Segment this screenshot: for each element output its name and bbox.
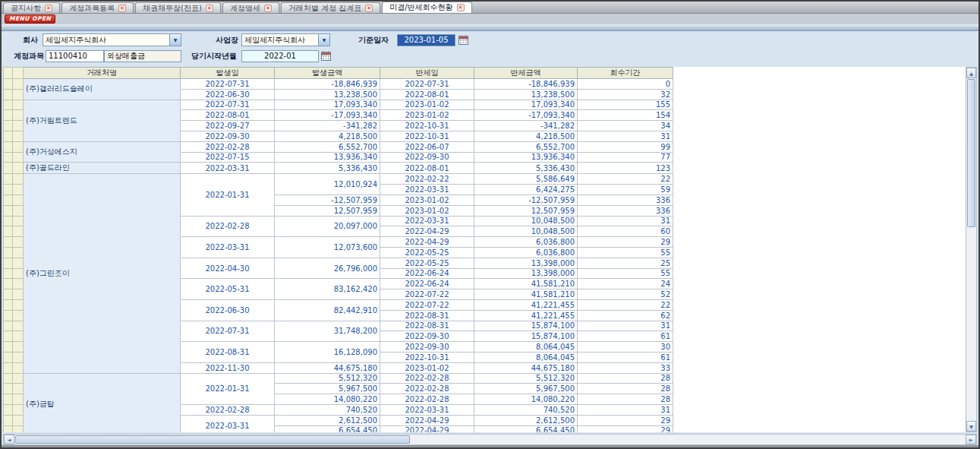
cell-repay-date[interactable]: 2022-08-31 bbox=[380, 321, 474, 331]
cell-collection-days[interactable]: 336 bbox=[578, 205, 673, 216]
cell-occur-date[interactable]: 2022-02-28 bbox=[181, 216, 275, 237]
row-selector[interactable] bbox=[4, 226, 13, 237]
row-selector[interactable] bbox=[4, 141, 13, 152]
tab-close-icon[interactable] bbox=[457, 4, 465, 11]
row-selector[interactable] bbox=[13, 258, 24, 268]
cell-collection-days[interactable]: 31 bbox=[578, 404, 673, 415]
row-selector[interactable] bbox=[4, 185, 13, 195]
menu-open-button[interactable]: MENU OPEN bbox=[5, 14, 55, 24]
cell-repay-amount[interactable]: 13,936,340 bbox=[474, 152, 578, 163]
cell-repay-date[interactable]: 2022-10-31 bbox=[380, 121, 474, 131]
row-selector[interactable] bbox=[13, 352, 24, 362]
cell-occur-date[interactable]: 2022-03-31 bbox=[181, 415, 275, 432]
row-selector[interactable] bbox=[4, 331, 13, 342]
cell-occur-date[interactable]: 2022-07-31 bbox=[181, 100, 275, 110]
cell-repay-amount[interactable]: 13,398,000 bbox=[474, 268, 578, 279]
cell-repay-amount[interactable]: 12,507,959 bbox=[474, 205, 578, 216]
cell-customer[interactable]: (주)거림트렌드 bbox=[24, 100, 181, 141]
column-header-collection-days[interactable]: 회수기간 bbox=[578, 68, 673, 79]
cell-occur-amount[interactable]: 83,162,420 bbox=[275, 279, 380, 300]
cell-occur-date[interactable]: 2022-07-15 bbox=[181, 152, 275, 163]
cell-repay-date[interactable]: 2022-07-22 bbox=[380, 299, 474, 310]
cell-repay-amount[interactable]: 6,424,275 bbox=[474, 185, 578, 195]
cell-repay-amount[interactable]: 41,221,455 bbox=[474, 299, 578, 310]
cell-repay-amount[interactable]: 6,654,450 bbox=[474, 425, 578, 432]
cell-repay-amount[interactable]: 5,336,430 bbox=[474, 163, 578, 174]
cell-occur-date[interactable]: 2022-01-31 bbox=[181, 373, 275, 404]
gutter-header[interactable] bbox=[4, 68, 13, 79]
cell-occur-amount[interactable]: 12,073,600 bbox=[275, 237, 380, 258]
cell-occur-amount[interactable]: 13,238,500 bbox=[275, 89, 380, 100]
cell-occur-amount[interactable]: -341,282 bbox=[275, 121, 380, 131]
cell-repay-date[interactable]: 2022-10-31 bbox=[380, 352, 474, 362]
cell-repay-date[interactable]: 2022-05-25 bbox=[380, 247, 474, 258]
column-header-occur-amount[interactable]: 발생금액 bbox=[275, 68, 380, 79]
cell-occur-amount[interactable]: 5,512,320 bbox=[275, 373, 380, 384]
cell-repay-amount[interactable]: -12,507,959 bbox=[474, 194, 578, 205]
cell-repay-date[interactable]: 2022-07-22 bbox=[380, 289, 474, 300]
cell-repay-amount[interactable]: -341,282 bbox=[474, 121, 578, 131]
cell-occur-date[interactable]: 2022-08-31 bbox=[181, 342, 275, 363]
cell-repay-amount[interactable]: 6,036,800 bbox=[474, 237, 578, 248]
cell-occur-date[interactable]: 2022-07-31 bbox=[181, 321, 275, 342]
row-selector[interactable] bbox=[4, 163, 13, 174]
row-selector[interactable] bbox=[4, 352, 13, 362]
cell-repay-amount[interactable]: 14,080,220 bbox=[474, 394, 578, 405]
row-selector[interactable] bbox=[4, 310, 13, 321]
row-selector[interactable] bbox=[4, 258, 13, 268]
row-selector[interactable] bbox=[13, 79, 24, 90]
row-selector[interactable] bbox=[4, 342, 13, 353]
cell-occur-amount[interactable]: 6,552,700 bbox=[275, 141, 380, 152]
row-selector[interactable] bbox=[4, 373, 13, 384]
gutter-header[interactable] bbox=[13, 68, 24, 79]
row-selector[interactable] bbox=[4, 131, 13, 141]
scroll-down-icon[interactable] bbox=[966, 421, 976, 432]
vertical-scrollbar-thumb[interactable] bbox=[967, 79, 975, 227]
row-selector[interactable] bbox=[13, 141, 24, 152]
cell-collection-days[interactable]: 59 bbox=[578, 185, 673, 195]
cell-repay-amount[interactable]: 8,064,045 bbox=[474, 352, 578, 362]
cell-repay-amount[interactable]: 5,512,320 bbox=[474, 373, 578, 384]
row-selector[interactable] bbox=[4, 299, 13, 310]
row-selector[interactable] bbox=[13, 384, 24, 394]
row-selector[interactable] bbox=[4, 384, 13, 394]
calendar-icon[interactable] bbox=[321, 51, 331, 61]
cell-occur-date[interactable]: 2022-05-31 bbox=[181, 279, 275, 300]
cell-occur-amount[interactable]: 31,748,200 bbox=[275, 321, 380, 342]
cell-collection-days[interactable]: 31 bbox=[578, 321, 673, 331]
account-code-input[interactable]: 11100410 bbox=[46, 50, 104, 62]
cell-repay-date[interactable]: 2022-04-29 bbox=[380, 226, 474, 237]
row-selector[interactable] bbox=[13, 373, 24, 384]
scroll-left-icon[interactable] bbox=[4, 435, 14, 444]
cell-occur-amount[interactable]: 13,936,340 bbox=[275, 152, 380, 163]
cell-repay-amount[interactable]: 4,218,500 bbox=[474, 131, 578, 141]
row-selector[interactable] bbox=[13, 268, 24, 279]
scroll-right-icon[interactable] bbox=[966, 435, 976, 444]
cell-repay-date[interactable]: 2023-01-02 bbox=[380, 110, 474, 121]
column-header-repay-amount[interactable]: 반제금액 bbox=[474, 68, 578, 79]
cell-repay-date[interactable]: 2023-01-02 bbox=[380, 362, 474, 373]
cell-occur-amount[interactable]: 12,507,959 bbox=[275, 205, 380, 216]
cell-repay-date[interactable]: 2022-05-25 bbox=[380, 258, 474, 268]
row-selector[interactable] bbox=[13, 404, 24, 415]
cell-collection-days[interactable]: 61 bbox=[578, 331, 673, 342]
row-selector[interactable] bbox=[13, 415, 24, 425]
cell-occur-date[interactable]: 2022-11-30 bbox=[181, 362, 275, 373]
cell-occur-amount[interactable]: 740,520 bbox=[275, 404, 380, 415]
cell-repay-date[interactable]: 2022-03-31 bbox=[380, 216, 474, 226]
row-selector[interactable] bbox=[4, 268, 13, 279]
cell-occur-date[interactable]: 2022-02-28 bbox=[181, 404, 275, 415]
cell-repay-date[interactable]: 2022-03-31 bbox=[380, 404, 474, 415]
row-selector[interactable] bbox=[4, 415, 13, 425]
cell-collection-days[interactable]: 77 bbox=[578, 152, 673, 163]
cell-repay-date[interactable]: 2022-04-29 bbox=[380, 237, 474, 248]
cell-collection-days[interactable]: 154 bbox=[578, 110, 673, 121]
cell-repay-date[interactable]: 2022-04-29 bbox=[380, 425, 474, 432]
cell-repay-amount[interactable]: -17,093,340 bbox=[474, 110, 578, 121]
row-selector[interactable] bbox=[13, 279, 24, 289]
row-selector[interactable] bbox=[4, 194, 13, 205]
cell-repay-date[interactable]: 2023-01-02 bbox=[380, 100, 474, 110]
row-selector[interactable] bbox=[13, 247, 24, 258]
cell-collection-days[interactable]: 32 bbox=[578, 89, 673, 100]
cell-occur-amount[interactable]: 5,967,500 bbox=[275, 384, 380, 394]
